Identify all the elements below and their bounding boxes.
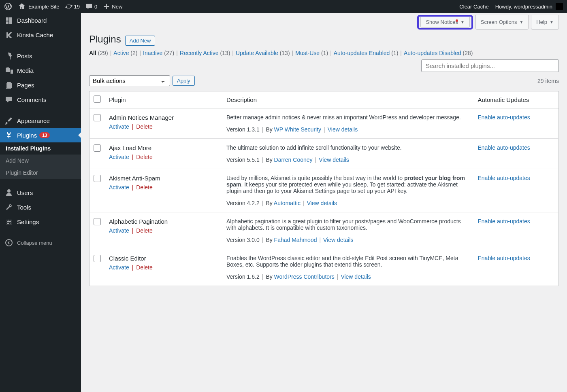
new-content-icon[interactable]: New	[103, 3, 122, 10]
page-title: Plugins	[89, 34, 121, 45]
enable-auto-updates-link[interactable]: Enable auto-updates	[478, 144, 530, 151]
admin-sidebar: DashboardKinsta CachePostsMediaPagesComm…	[0, 13, 81, 302]
home-icon[interactable]: Example Site	[18, 2, 60, 11]
plugin-meta: Version 4.2.2|By Automattic|View details	[226, 200, 470, 206]
enable-auto-updates-link[interactable]: Enable auto-updates	[478, 218, 530, 225]
delete-link[interactable]: Delete	[136, 154, 152, 160]
howdy-user-link[interactable]: Howdy, wordpressadmin	[495, 4, 552, 10]
settings-icon	[5, 218, 13, 226]
plugin-meta: Version 3.0.0|By Fahad Mahmood|View deta…	[226, 237, 470, 243]
plugins-table: Plugin Description Automatic Updates Adm…	[89, 91, 559, 286]
sidebar-item-plugins[interactable]: Plugins13	[0, 128, 81, 142]
row-checkbox[interactable]	[94, 175, 101, 182]
author-link[interactable]: WP White Security	[274, 126, 321, 133]
admin-topbar: Example Site 19 0 New Clear Cache Howdy,…	[0, 0, 567, 13]
filter-recently-active[interactable]: Recently Active (13)	[180, 50, 230, 56]
filter-update-available[interactable]: Update Available (13)	[236, 50, 290, 56]
add-new-button[interactable]: Add New	[125, 36, 156, 46]
collapse-icon	[5, 239, 13, 247]
pages-icon	[5, 81, 13, 89]
filter-auto-updates-disabled[interactable]: Auto-updates Disabled (28)	[404, 50, 473, 56]
activate-link[interactable]: Activate	[109, 184, 129, 191]
sidebar-item-media[interactable]: Media	[0, 63, 81, 78]
wordpress-logo-icon[interactable]	[4, 2, 12, 11]
delete-link[interactable]: Delete	[136, 227, 152, 234]
view-details-link[interactable]: View details	[319, 157, 349, 163]
dashboard-icon	[5, 16, 13, 24]
submenu-add-new[interactable]: Add New	[0, 155, 81, 167]
screen-options-button[interactable]: Screen Options▼	[475, 15, 529, 30]
delete-link[interactable]: Delete	[136, 123, 152, 130]
filter-active[interactable]: Active (2)	[113, 50, 137, 56]
updates-icon[interactable]: 19	[65, 3, 80, 10]
plugin-description: Used by millions, Akismet is quite possi…	[226, 175, 465, 194]
filter-all[interactable]: All (29)	[89, 50, 108, 56]
bulk-actions-select[interactable]: Bulk actions	[89, 75, 170, 86]
comments-icon	[5, 95, 13, 104]
view-details-link[interactable]: View details	[323, 237, 353, 243]
plugin-description: Alphabetic pagination is a great plugin …	[226, 218, 461, 231]
sidebar-item-users[interactable]: Users	[0, 185, 81, 200]
submenu-plugin-editor[interactable]: Plugin Editor	[0, 167, 81, 179]
plugin-name: Alphabetic Pagination	[109, 218, 218, 225]
sidebar-item-kinsta-cache[interactable]: Kinsta Cache	[0, 28, 81, 42]
row-checkbox[interactable]	[94, 114, 101, 121]
plugin-description: Enables the WordPress classic editor and…	[226, 255, 458, 268]
activate-link[interactable]: Activate	[109, 264, 129, 271]
author-link[interactable]: Fahad Mahmood	[274, 237, 317, 243]
sidebar-item-comments[interactable]: Comments	[0, 92, 81, 107]
help-button[interactable]: Help▼	[531, 15, 559, 30]
row-checkbox[interactable]	[94, 144, 101, 152]
apply-button[interactable]: Apply	[173, 76, 195, 86]
row-checkbox[interactable]	[94, 255, 101, 262]
sidebar-item-posts[interactable]: Posts	[0, 49, 81, 63]
view-details-link[interactable]: View details	[341, 273, 371, 280]
view-details-link[interactable]: View details	[307, 200, 337, 206]
author-link[interactable]: WordPress Contributors	[274, 273, 335, 280]
enable-auto-updates-link[interactable]: Enable auto-updates	[478, 255, 530, 261]
filter-auto-updates-enabled[interactable]: Auto-updates Enabled (1)	[334, 50, 399, 56]
sidebar-item-appearance[interactable]: Appearance	[0, 113, 81, 128]
column-auto-updates[interactable]: Automatic Updates	[474, 91, 559, 108]
enable-auto-updates-link[interactable]: Enable auto-updates	[478, 114, 530, 121]
activate-link[interactable]: Activate	[109, 123, 129, 130]
sidebar-item-tools[interactable]: Tools	[0, 200, 81, 214]
sidebar-item-settings[interactable]: Settings	[0, 214, 81, 229]
sidebar-item-pages[interactable]: Pages	[0, 78, 81, 92]
plugins-submenu: Installed PluginsAdd NewPlugin Editor	[0, 142, 81, 179]
author-link[interactable]: Automattic	[274, 200, 301, 206]
author-link[interactable]: Darren Cooney	[274, 157, 313, 163]
plugin-filters: All (29)|Active (2)|Inactive (27)|Recent…	[89, 50, 559, 56]
table-row: Akismet Anti-SpamActivate | DeleteUsed b…	[90, 169, 559, 212]
sidebar-item-collapse-menu[interactable]: Collapse menu	[0, 235, 81, 250]
delete-link[interactable]: Delete	[136, 184, 152, 191]
activate-link[interactable]: Activate	[109, 227, 129, 234]
filter-inactive[interactable]: Inactive (27)	[143, 50, 174, 56]
wrench-icon	[5, 203, 13, 211]
activate-link[interactable]: Activate	[109, 154, 129, 160]
delete-link[interactable]: Delete	[136, 264, 152, 271]
comment-bubble-icon[interactable]: 0	[85, 3, 97, 10]
svg-point-0	[6, 239, 12, 246]
items-count: 29 items	[537, 78, 559, 84]
main-content: Show Notices▼ Screen Options▼ Help▼ Plug…	[81, 13, 567, 302]
search-input[interactable]	[421, 59, 559, 72]
column-description[interactable]: Description	[222, 91, 474, 108]
media-icon	[5, 66, 13, 74]
plugin-meta: Version 1.3.1|By WP White Security|View …	[226, 126, 470, 133]
clear-cache-link[interactable]: Clear Cache	[459, 4, 488, 10]
plugin-description: Better manage admin notices & never miss…	[226, 114, 461, 121]
chevron-down-icon: ▼	[460, 20, 465, 24]
show-notices-button[interactable]: Show Notices▼	[420, 17, 469, 28]
row-checkbox[interactable]	[94, 218, 101, 225]
select-all-checkbox[interactable]	[94, 95, 101, 103]
filter-must-use[interactable]: Must-Use (1)	[295, 50, 328, 56]
sidebar-item-dashboard[interactable]: Dashboard	[0, 13, 81, 28]
avatar[interactable]	[556, 3, 563, 10]
enable-auto-updates-link[interactable]: Enable auto-updates	[478, 175, 530, 181]
submenu-installed-plugins[interactable]: Installed Plugins	[0, 142, 81, 155]
view-details-link[interactable]: View details	[328, 126, 358, 133]
plugin-meta: Version 5.5.1|By Darren Cooney|View deta…	[226, 157, 470, 163]
column-plugin[interactable]: Plugin	[105, 91, 222, 108]
table-row: Ajax Load MoreActivate | DeleteThe ultim…	[90, 139, 559, 169]
